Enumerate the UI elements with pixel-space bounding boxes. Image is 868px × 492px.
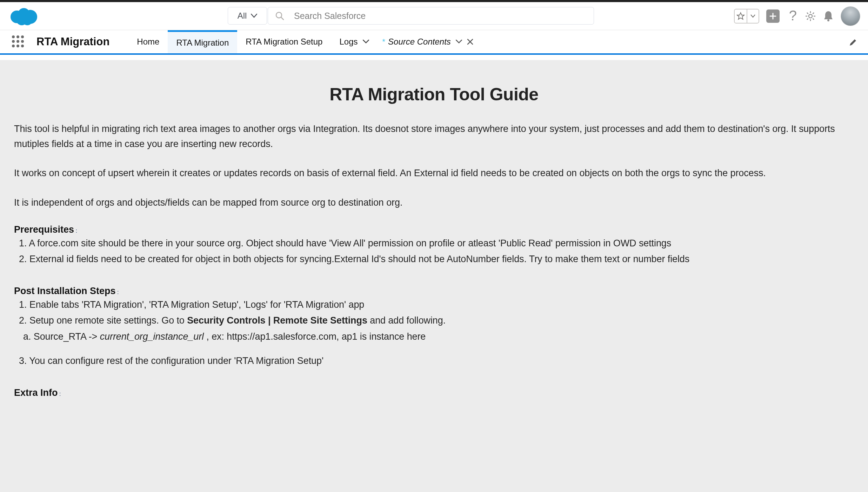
- global-header: All ?: [0, 2, 868, 30]
- app-launcher-button[interactable]: [12, 35, 25, 48]
- intro-paragraph-1: This tool is helpful in migrating rich t…: [14, 121, 854, 152]
- svg-line-15: [807, 13, 808, 14]
- app-nav-bar: RTA Migration Home RTA Migration RTA Mig…: [0, 30, 868, 55]
- close-icon: [467, 39, 473, 45]
- plus-icon: [766, 9, 780, 23]
- tab-source-contents[interactable]: * Source Contents: [378, 30, 482, 53]
- global-search: All: [228, 7, 594, 25]
- list-item: 1. Enable tabs 'RTA Migration', 'RTA Mig…: [19, 297, 854, 312]
- chevron-down-icon[interactable]: [456, 40, 462, 44]
- post-install-heading: Post Installation Steps: [14, 286, 116, 296]
- post-install-list: 1. Enable tabs 'RTA Migration', 'RTA Mig…: [14, 297, 854, 328]
- chevron-down-icon: [251, 14, 257, 18]
- list-item: 3. You can configure rest of the configu…: [19, 353, 854, 368]
- extra-info-heading: Extra Info: [14, 387, 58, 398]
- list-item: 2. External id fields need to be created…: [19, 252, 854, 267]
- svg-line-18: [813, 13, 814, 14]
- tab-label: RTA Migration Setup: [246, 37, 322, 47]
- intro-paragraph-2: It works on concept of upsert wherein it…: [14, 166, 854, 181]
- salesforce-logo[interactable]: [10, 6, 38, 26]
- svg-point-10: [809, 14, 812, 18]
- text-run: 2. Setup one remote site settings. Go to: [19, 315, 187, 326]
- search-box[interactable]: [268, 7, 594, 25]
- chevron-down-icon: [750, 14, 755, 18]
- list-item: a. Source_RTA -> current_org_instance_ur…: [23, 329, 854, 344]
- text-run: and add following.: [367, 315, 446, 326]
- svg-point-19: [827, 19, 829, 21]
- guide-document: RTA Migration Tool Guide This tool is he…: [0, 60, 868, 398]
- svg-line-17: [807, 19, 808, 20]
- content-area: RTA Migration Tool Guide This tool is he…: [0, 60, 868, 492]
- colon: :: [74, 228, 77, 234]
- notifications-button[interactable]: [823, 10, 834, 22]
- intro-paragraph-3: It is independent of orgs and objects/fi…: [14, 195, 854, 210]
- subheader-strip: [0, 55, 868, 60]
- colon: :: [116, 289, 119, 295]
- list-item: 1. A force.com site should be there in y…: [19, 236, 854, 251]
- tab-rta-migration[interactable]: RTA Migration: [168, 30, 237, 53]
- edit-nav-button[interactable]: [848, 38, 857, 47]
- text-run-italic: current_org_instance_url: [100, 331, 204, 342]
- favorites-dropdown-button[interactable]: [747, 9, 759, 23]
- star-icon: [736, 12, 745, 20]
- header-actions: ?: [734, 6, 860, 26]
- close-tab-button[interactable]: [467, 39, 473, 45]
- text-run: , ex: https://ap1.salesforce.com, ap1 is…: [204, 331, 426, 342]
- post-install-list-cont: 3. You can configure rest of the configu…: [14, 353, 854, 368]
- app-name: RTA Migration: [36, 35, 109, 48]
- favorites-star-button[interactable]: [735, 9, 747, 23]
- tab-label: Home: [137, 37, 159, 47]
- post-install-sublist: a. Source_RTA -> current_org_instance_ur…: [14, 329, 854, 344]
- prerequisites-list: 1. A force.com site should be there in y…: [14, 236, 854, 267]
- user-avatar[interactable]: [841, 6, 860, 26]
- tab-label: RTA Migration: [176, 38, 229, 48]
- chevron-down-icon[interactable]: [363, 40, 369, 44]
- search-icon: [275, 11, 284, 20]
- search-scope-label: All: [238, 11, 247, 21]
- gear-icon: [805, 11, 816, 22]
- unsaved-indicator-icon: *: [382, 37, 386, 46]
- tab-logs[interactable]: Logs: [331, 30, 377, 53]
- help-button[interactable]: ?: [787, 9, 798, 23]
- tab-label: Logs: [339, 37, 358, 47]
- setup-button[interactable]: [805, 11, 816, 22]
- tab-rta-migration-setup[interactable]: RTA Migration Setup: [237, 30, 331, 53]
- nav-tabs: Home RTA Migration RTA Migration Setup L…: [128, 30, 482, 53]
- prerequisites-heading: Prerequisites: [14, 224, 74, 235]
- colon: :: [58, 391, 61, 397]
- favorites-split-button[interactable]: [734, 9, 759, 24]
- text-run-bold: Security Controls | Remote Site Settings: [187, 315, 367, 326]
- question-icon: ?: [787, 9, 798, 23]
- global-actions-button[interactable]: [766, 9, 780, 23]
- search-input[interactable]: [294, 11, 587, 21]
- text-run: a. Source_RTA ->: [23, 331, 100, 342]
- page-title: RTA Migration Tool Guide: [14, 84, 854, 105]
- tab-home[interactable]: Home: [128, 30, 168, 53]
- list-item: 2. Setup one remote site settings. Go to…: [19, 313, 854, 328]
- svg-line-6: [281, 17, 283, 20]
- svg-line-16: [813, 19, 814, 20]
- svg-text:?: ?: [789, 9, 797, 23]
- pencil-icon: [848, 38, 857, 47]
- tab-label: Source Contents: [388, 37, 451, 47]
- svg-point-4: [22, 15, 32, 25]
- bell-icon: [823, 10, 834, 22]
- search-scope-dropdown[interactable]: All: [228, 7, 267, 25]
